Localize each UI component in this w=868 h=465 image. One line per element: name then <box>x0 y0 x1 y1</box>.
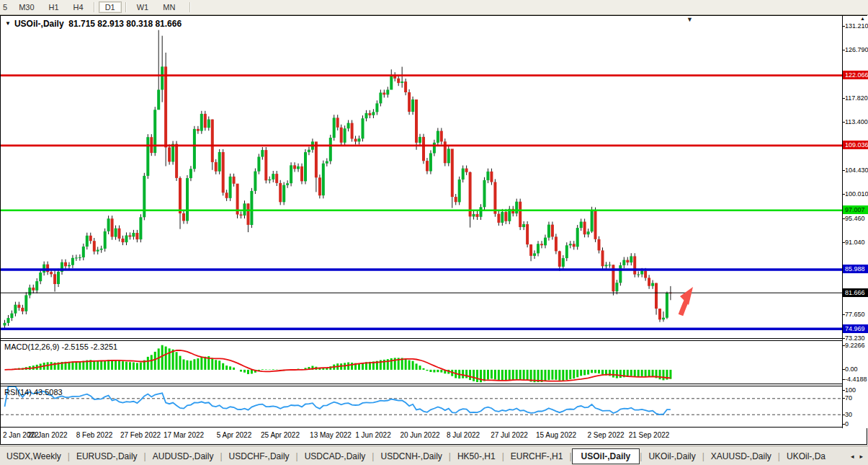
tab-scroll-buttons: ◂▸ <box>845 446 866 465</box>
date-label: 17 Mar 2022 <box>158 431 209 439</box>
chart-window: ▼USOil-,Daily 81.715 82.913 80.318 81.66… <box>0 15 867 445</box>
timeframe-button-h1[interactable]: H1 <box>42 1 66 13</box>
price-tick-label: 73.230 <box>845 335 865 342</box>
chart-shift-marker-icon[interactable]: ▼ <box>686 17 693 23</box>
chart-title: ▼USOil-,Daily 81.715 82.913 80.318 81.66… <box>5 19 182 29</box>
date-axis[interactable]: 2 Jan 202220 Jan 20228 Feb 202227 Feb 20… <box>1 428 842 444</box>
price-level-badge: 74.969 <box>843 324 868 333</box>
date-label: 15 Aug 2022 <box>531 431 581 439</box>
timeframe-button-5[interactable]: 5 <box>1 1 11 13</box>
date-label: 1 Jun 2022 <box>348 431 398 439</box>
tab-eurchf-h1[interactable]: EURCHF-,H1 <box>504 449 570 464</box>
price-tick-label: 104.430 <box>845 167 868 174</box>
timeframe-button-w1[interactable]: W1 <box>130 1 156 13</box>
price-tick-label: 91.040 <box>845 239 865 246</box>
macd-scale-label: -4.4188 <box>845 376 867 383</box>
tab-xauusd-daily[interactable]: XAUUSD-,Daily <box>704 449 778 464</box>
rsi-scale-label: 0 <box>845 420 849 428</box>
timeframe-toolbar: 5M30H1H4D1W1MN <box>0 0 868 15</box>
price-tick-label: 126.790 <box>845 46 868 53</box>
trading-terminal: 5M30H1H4D1W1MN ▼USOil-,Daily 81.715 82.9… <box>0 0 868 465</box>
ohlc-values: 81.715 82.913 80.318 81.666 <box>68 19 182 29</box>
rsi-scale-label: 70 <box>845 394 852 402</box>
panel-border <box>1 427 842 428</box>
tab-ukoil-da[interactable]: UKOil-,Da <box>780 449 832 464</box>
rsi-scale-label: 30 <box>845 411 852 418</box>
price-axis[interactable]: 131.210126.790117.820113.400104.430100.0… <box>842 16 868 428</box>
date-label: 25 Apr 2022 <box>255 431 305 439</box>
date-label: 8 Jul 2022 <box>438 431 488 439</box>
timeframe-button-d1[interactable]: D1 <box>99 1 122 13</box>
price-tick-label: 95.460 <box>845 215 865 222</box>
tab-usoil-daily[interactable]: USOil-,Daily <box>572 448 640 464</box>
price-level-badge: 122.066 <box>843 71 868 79</box>
tab-scroll-right-icon[interactable]: ▸ <box>856 451 866 461</box>
chevron-down-icon[interactable]: ▼ <box>5 20 11 27</box>
tab-usdchf-daily[interactable]: USDCHF-,Daily <box>223 449 296 464</box>
macd-scale-label: 0.00 <box>845 366 858 373</box>
toolbar-separator <box>94 2 95 12</box>
tab-scroll-left-icon[interactable]: ◂ <box>848 451 857 461</box>
date-label: 8 Feb 2022 <box>69 431 120 439</box>
tab-audusd-daily[interactable]: AUDUSD-,Daily <box>146 449 220 464</box>
timeframe-button-mn[interactable]: MN <box>156 1 182 13</box>
price-level-badge: 81.666 <box>843 288 868 297</box>
price-tick-label: 131.210 <box>845 22 868 30</box>
toolbar-separator <box>125 2 127 12</box>
rsi-scale-label: 100 <box>845 386 856 394</box>
tab-eurusd-daily[interactable]: EURUSD-,Daily <box>70 449 144 464</box>
tab-ukoil-daily[interactable]: UKOil-,Daily <box>642 449 702 464</box>
price-tick-label: 100.010 <box>845 190 868 198</box>
candlestick-chart[interactable] <box>1 16 842 338</box>
price-level-badge: 85.988 <box>843 265 868 273</box>
tab-hk50-h1[interactable]: HK50-,H1 <box>451 449 502 464</box>
price-level-badge: 109.036 <box>843 141 868 149</box>
toolbar-separator <box>189 2 191 12</box>
tab-usdcad-daily[interactable]: USDCAD-,Daily <box>298 449 372 464</box>
macd-scale-label: 9.2266 <box>845 342 865 349</box>
rsi-indicator-panel[interactable] <box>1 386 842 427</box>
price-level-badge: 97.007 <box>843 205 868 214</box>
axis-corner-icon: ▲ <box>860 16 865 21</box>
price-tick-label: 117.820 <box>845 94 868 102</box>
timeframe-button-m30[interactable]: M30 <box>12 1 40 13</box>
price-tick-label: 77.650 <box>845 311 865 318</box>
date-label: 20 Jan 2022 <box>22 431 73 439</box>
symbol-name: USOil-,Daily <box>14 19 64 29</box>
date-label: 5 Apr 2022 <box>209 431 259 439</box>
timeframe-button-h4[interactable]: H4 <box>67 1 90 13</box>
date-label: 21 Sep 2022 <box>624 431 674 439</box>
rsi-label: RSI(14) 43.5083 <box>4 388 63 397</box>
tab-usdcnh-daily[interactable]: USDCNH-,Daily <box>374 449 448 464</box>
tabs: USDX,Weekly|EURUSD-,Daily|AUDUSD-,Daily|… <box>0 448 832 464</box>
tab-usdx-weekly[interactable]: USDX,Weekly <box>0 449 68 464</box>
macd-indicator-panel[interactable] <box>1 341 842 384</box>
price-tick-label: 113.400 <box>845 118 868 125</box>
macd-label: MACD(12,26,9) -2.5155 -2.3251 <box>4 342 117 351</box>
chart-tab-bar: USDX,Weekly|EURUSD-,Daily|AUDUSD-,Daily|… <box>0 446 868 465</box>
date-label: 27 Jul 2022 <box>484 431 534 439</box>
